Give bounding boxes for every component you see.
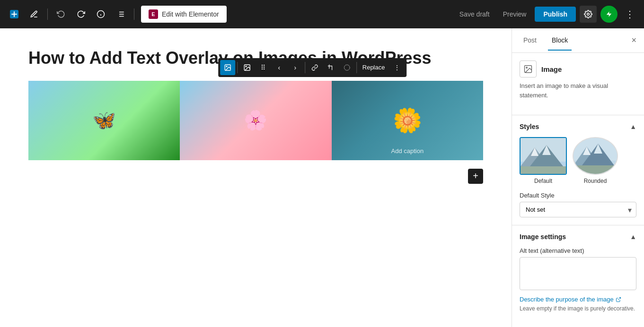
drag-handle[interactable]: ⠿ [256, 60, 271, 75]
toolbar-separator-2 [305, 62, 305, 73]
styles-section-header: Styles ▲ [520, 123, 636, 130]
right-sidebar: Post Block × Image Insert an image to ma… [512, 28, 644, 327]
style-select[interactable]: Not set Default Rounded [520, 202, 636, 217]
select-button[interactable] [339, 60, 354, 75]
editor-area: How to Add Text Overlay on Images in Wor… [0, 28, 512, 327]
undo-button[interactable] [53, 6, 70, 23]
image-settings-title: Image settings [520, 233, 566, 241]
butterfly-image: 🦋 [28, 81, 180, 160]
daisy-image: 🌼 [332, 81, 483, 160]
redo-button[interactable] [72, 6, 89, 23]
save-draft-button[interactable]: Save draft [455, 8, 494, 21]
svg-point-15 [245, 66, 246, 67]
more-options-button[interactable]: ⋮ [621, 6, 638, 23]
default-style-wrapper: Default Style Not set Default Rounded ▾ [520, 192, 636, 217]
style-default-label: Default [534, 178, 552, 184]
styles-section-title: Styles [520, 123, 539, 130]
list-view-button[interactable] [112, 6, 129, 23]
publish-button[interactable]: Publish [535, 7, 576, 22]
svg-point-13 [226, 66, 227, 67]
toolbar-divider-1 [47, 9, 48, 20]
gallery-block: ⠿ ‹ › [28, 81, 483, 160]
tab-post[interactable]: Post [520, 31, 540, 51]
block-panel: Image Insert an image to make a visual s… [512, 53, 644, 115]
gallery-image-2[interactable]: 🌸 [180, 81, 331, 160]
info-button[interactable] [92, 6, 109, 23]
svg-point-16 [344, 65, 350, 70]
main-layout: How to Add Text Overlay on Images in Wor… [0, 28, 644, 327]
style-option-default[interactable]: Default [520, 137, 567, 184]
leave-empty-note: Leave empty if the image is purely decor… [520, 305, 636, 313]
top-toolbar: E Edit with Elementor Save draft Preview… [0, 0, 644, 28]
styles-collapse-icon[interactable]: ▲ [630, 123, 636, 130]
pen-tool-button[interactable] [26, 6, 43, 23]
svg-point-18 [526, 67, 528, 69]
describe-purpose-link[interactable]: Describe the purpose of the image [520, 296, 636, 303]
block-description: Insert an image to make a visual stateme… [520, 81, 636, 100]
toolbar-separator-1 [237, 62, 238, 73]
gallery-image-1[interactable]: 🦋 [28, 81, 180, 160]
navigate-left-button[interactable]: ‹ [272, 60, 287, 75]
gallery-icon[interactable] [239, 60, 255, 75]
image-more-options[interactable]: ⋮ [389, 60, 405, 75]
style-option-rounded[interactable]: Rounded [573, 137, 618, 184]
describe-link-text: Describe the purpose of the image [520, 296, 614, 303]
default-style-label: Default Style [520, 192, 636, 199]
cherry-blossom-image: 🌸 [180, 81, 331, 160]
image-toolbar: ⠿ ‹ › [218, 58, 407, 77]
edit-with-elementor-button[interactable]: E Edit with Elementor [141, 6, 227, 23]
add-new-block-button[interactable]: + [468, 169, 483, 184]
svg-rect-23 [520, 166, 567, 175]
alt-text-label: Alt text (alternative text) [520, 247, 636, 254]
block-icon [520, 60, 537, 77]
preview-button[interactable]: Preview [498, 8, 531, 21]
link-button[interactable] [307, 60, 322, 75]
elementor-label: Edit with Elementor [162, 10, 219, 18]
block-title: Image [541, 65, 562, 73]
tab-block[interactable]: Block [548, 31, 572, 51]
alt-text-input[interactable] [520, 257, 636, 290]
svg-line-33 [618, 297, 621, 300]
style-rounded-label: Rounded [584, 178, 607, 184]
style-thumbnail-rounded [573, 137, 618, 175]
style-options: Default Ro [520, 137, 636, 184]
image-settings-section: Image settings ▲ Alt text (alternative t… [512, 225, 644, 320]
bolt-button[interactable] [600, 6, 618, 23]
block-header: Image [520, 60, 636, 77]
settings-button[interactable] [580, 6, 597, 23]
svg-marker-11 [607, 11, 612, 17]
sidebar-close-button[interactable]: × [631, 35, 636, 45]
image-gallery: 🦋 🌸 🌼 Add caption [28, 81, 483, 160]
svg-point-10 [587, 13, 590, 16]
toolbar-separator-3 [356, 62, 357, 73]
svg-rect-30 [573, 165, 618, 175]
image-block-icon[interactable] [220, 60, 235, 75]
sidebar-tabs: Post Block × [512, 28, 644, 53]
style-thumbnail-default [520, 137, 567, 175]
add-block-toolbar-button[interactable] [6, 6, 23, 23]
image-settings-collapse-icon[interactable]: ▲ [630, 233, 636, 241]
crop-button[interactable] [323, 60, 338, 75]
elementor-logo: E [149, 9, 158, 19]
navigate-right-button[interactable]: › [288, 60, 303, 75]
gallery-image-3[interactable]: 🌼 Add caption [332, 81, 483, 160]
styles-section: Styles ▲ [512, 115, 644, 225]
toolbar-right: Save draft Preview Publish ⋮ [455, 6, 638, 23]
external-link-icon [616, 297, 621, 302]
image-settings-header: Image settings ▲ [520, 233, 636, 241]
style-select-wrapper: Not set Default Rounded ▾ [520, 202, 636, 217]
replace-button[interactable]: Replace [359, 62, 389, 73]
toolbar-divider-2 [134, 9, 134, 20]
